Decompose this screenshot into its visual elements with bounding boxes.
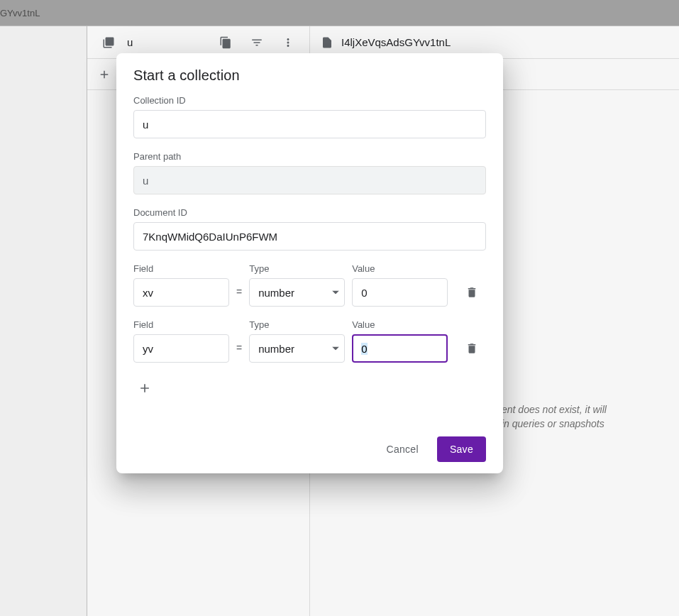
field-row-1: Field = Type Value 0 <box>133 319 486 363</box>
equals-0: = <box>236 278 242 307</box>
equals-1: = <box>236 334 242 363</box>
field-label-1: Field <box>133 319 229 330</box>
value-input-0[interactable] <box>352 278 448 307</box>
type-label-1: Type <box>249 319 345 330</box>
dialog-actions: Cancel Save <box>133 436 486 462</box>
delete-field-button-0[interactable] <box>459 278 485 307</box>
parent-path-group: Parent path <box>133 151 486 194</box>
field-name-input-0[interactable] <box>133 278 229 307</box>
trash-icon <box>465 286 478 299</box>
value-label-1: Value <box>352 319 448 330</box>
value-input-1-selection: 0 <box>361 343 367 355</box>
type-select-wrap-1[interactable] <box>249 334 345 363</box>
type-select-wrap-0[interactable] <box>249 278 345 307</box>
field-label-0: Field <box>133 263 229 274</box>
modal-scrim[interactable]: Start a collection Collection ID Parent … <box>0 0 679 616</box>
delete-field-button-1[interactable] <box>459 334 485 363</box>
field-row-0: Field = Type Value <box>133 263 486 307</box>
start-collection-dialog: Start a collection Collection ID Parent … <box>116 53 503 473</box>
parent-path-input <box>133 166 486 194</box>
collection-id-group: Collection ID <box>133 95 486 138</box>
save-button[interactable]: Save <box>437 436 486 462</box>
parent-path-label: Parent path <box>133 151 486 162</box>
dialog-title: Start a collection <box>133 67 486 84</box>
document-id-group: Document ID <box>133 207 486 251</box>
document-id-label: Document ID <box>133 207 486 218</box>
field-name-input-1[interactable] <box>133 334 229 363</box>
type-select-1[interactable] <box>249 334 345 363</box>
collection-id-input[interactable] <box>133 110 486 138</box>
collection-id-label: Collection ID <box>133 95 486 106</box>
value-input-1[interactable]: 0 <box>352 334 448 363</box>
type-label-0: Type <box>249 263 345 274</box>
plus-icon <box>138 381 152 395</box>
cancel-button[interactable]: Cancel <box>373 436 431 462</box>
type-select-0[interactable] <box>249 278 345 307</box>
add-field-button[interactable] <box>131 374 159 402</box>
document-id-input[interactable] <box>133 222 486 251</box>
value-label-0: Value <box>352 263 448 274</box>
trash-icon <box>465 342 478 355</box>
